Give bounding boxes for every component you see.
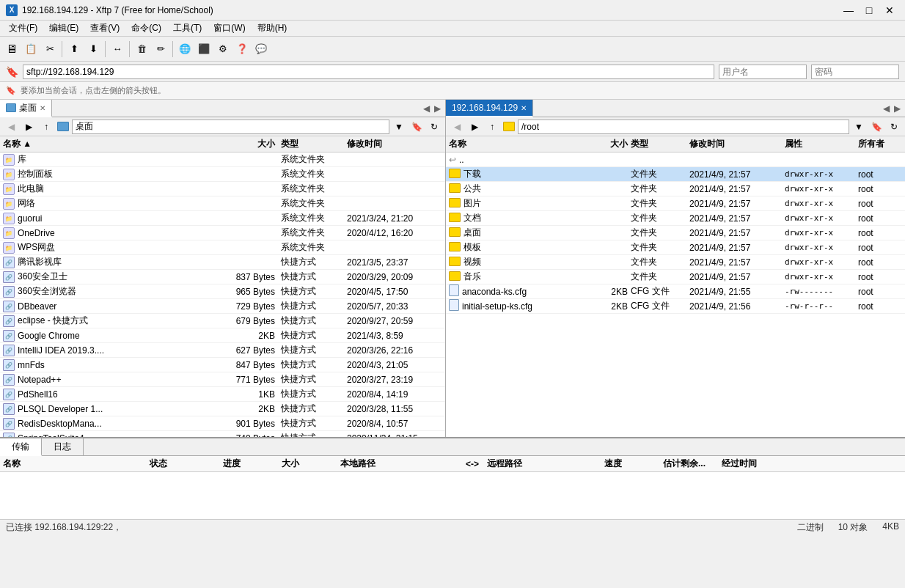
- list-item[interactable]: 🔗 DBbeaver 729 Bytes 快捷方式 2020/5/7, 20:3…: [0, 299, 445, 314]
- left-bookmark-btn[interactable]: 🔖: [408, 120, 425, 134]
- list-item[interactable]: ↩ ..: [446, 152, 905, 167]
- menu-item-F[interactable]: 文件(F): [3, 21, 43, 36]
- right-tab-close[interactable]: ✕: [521, 104, 527, 112]
- list-item[interactable]: initial-setup-ks.cfg 2KB CFG 文件 2021/4/9…: [446, 299, 905, 314]
- file-type: 文件夹: [631, 227, 689, 239]
- list-item[interactable]: 🔗 PLSQL Developer 1... 2KB 快捷方式 2020/3/2…: [0, 402, 445, 416]
- list-item[interactable]: 音乐 文件夹 2021/4/9, 21:57 drwxr-xr-x root: [446, 270, 905, 284]
- file-name: 文档: [449, 212, 594, 224]
- list-item[interactable]: 🔗 腾讯影视库 快捷方式 2021/3/5, 23:37: [0, 255, 445, 270]
- menu-item-W[interactable]: 窗口(W): [208, 21, 251, 36]
- left-col-name[interactable]: 名称 ▲: [3, 138, 222, 150]
- right-col-owner[interactable]: 所有者: [858, 138, 902, 150]
- list-item[interactable]: 公共 文件夹 2021/4/9, 21:57 drwxr-xr-x root: [446, 182, 905, 196]
- toolbar-sep1: [62, 41, 62, 57]
- left-path-input[interactable]: [72, 120, 389, 134]
- left-col-type[interactable]: 类型: [281, 138, 347, 150]
- right-refresh-btn[interactable]: ↻: [886, 120, 902, 134]
- menu-item-C[interactable]: 命令(C): [125, 21, 167, 36]
- toolbar-btn2[interactable]: 📋: [22, 40, 40, 58]
- left-col-modified[interactable]: 修改时间: [347, 138, 442, 150]
- left-col-size[interactable]: 大小: [222, 138, 281, 150]
- toolbar-msg[interactable]: 💬: [252, 40, 270, 58]
- address-input[interactable]: [23, 65, 714, 79]
- list-item[interactable]: 视频 文件夹 2021/4/9, 21:57 drwxr-xr-x root: [446, 255, 905, 270]
- file-type: 文件夹: [631, 212, 689, 224]
- left-dropdown-btn[interactable]: ▼: [391, 120, 407, 134]
- list-item[interactable]: 图片 文件夹 2021/4/9, 21:57 drwxr-xr-x root: [446, 196, 905, 211]
- left-back-btn[interactable]: ◀: [3, 120, 19, 134]
- list-item[interactable]: 桌面 文件夹 2021/4/9, 21:57 drwxr-xr-x root: [446, 226, 905, 240]
- close-button[interactable]: ✕: [880, 3, 899, 18]
- list-item[interactable]: 🔗 mnFds 847 Bytes 快捷方式 2020/4/3, 21:05: [0, 358, 445, 372]
- right-col-attr[interactable]: 属性: [785, 138, 858, 150]
- right-up-btn[interactable]: ↑: [484, 120, 500, 134]
- left-panel-icons: 🔖 ↻: [408, 120, 442, 134]
- toolbar-transfer[interactable]: ↔: [109, 40, 126, 58]
- list-item[interactable]: 🔗 360安全卫士 837 Bytes 快捷方式 2020/3/29, 20:0…: [0, 270, 445, 284]
- right-forward-btn[interactable]: ▶: [466, 120, 483, 134]
- list-item[interactable]: 📁 WPS网盘 系统文件夹: [0, 240, 445, 255]
- right-dropdown-btn[interactable]: ▼: [851, 120, 867, 134]
- list-item[interactable]: 模板 文件夹 2021/4/9, 21:57 drwxr-xr-x root: [446, 240, 905, 255]
- toolbar-delete[interactable]: 🗑: [133, 40, 150, 58]
- minimize-button[interactable]: —: [839, 3, 858, 18]
- password-input[interactable]: [811, 65, 899, 79]
- list-item[interactable]: 🔗 eclipse - 快捷方式 679 Bytes 快捷方式 2020/9/2…: [0, 314, 445, 328]
- toolbar-new-session[interactable]: 🖥: [3, 40, 21, 58]
- log-tab[interactable]: 日志: [42, 438, 84, 455]
- list-item[interactable]: 🔗 360安全浏览器 965 Bytes 快捷方式 2020/4/5, 17:5…: [0, 284, 445, 299]
- toolbar-settings[interactable]: ⚙: [214, 40, 232, 58]
- username-input[interactable]: [719, 65, 807, 79]
- toolbar-help[interactable]: ❓: [233, 40, 251, 58]
- right-scroll-left[interactable]: ◀: [882, 102, 891, 115]
- list-item[interactable]: 文档 文件夹 2021/4/9, 21:57 drwxr-xr-x root: [446, 211, 905, 226]
- list-item[interactable]: 🔗 Notepad++ 771 Bytes 快捷方式 2020/3/27, 23…: [0, 372, 445, 387]
- list-item[interactable]: anaconda-ks.cfg 2KB CFG 文件 2021/4/9, 21:…: [446, 284, 905, 299]
- list-item[interactable]: 🔗 PdShell16 1KB 快捷方式 2020/8/4, 14:19: [0, 387, 445, 402]
- left-forward-btn[interactable]: ▶: [21, 120, 37, 134]
- list-item[interactable]: 🔗 Google Chrome 2KB 快捷方式 2021/4/3, 8:59: [0, 328, 445, 343]
- list-item[interactable]: 📁 库 系统文件夹: [0, 152, 445, 167]
- right-nav-arrows: ◀ ▶: [879, 100, 905, 117]
- file-icon: 📁: [3, 183, 15, 195]
- list-item[interactable]: 🔗 RedisDesktopMana... 901 Bytes 快捷方式 202…: [0, 416, 445, 431]
- list-item[interactable]: 📁 网络 系统文件夹: [0, 196, 445, 211]
- right-scroll-right[interactable]: ▶: [893, 102, 902, 115]
- toolbar-download[interactable]: ⬇: [84, 40, 102, 58]
- left-up-btn[interactable]: ↑: [38, 120, 54, 134]
- right-tab-server[interactable]: 192.168.194.129 ✕: [446, 100, 533, 117]
- toolbar-stop[interactable]: ⬛: [195, 40, 213, 58]
- toolbar-upload[interactable]: ⬆: [65, 40, 83, 58]
- cfg-icon: [449, 299, 459, 311]
- menu-item-V[interactable]: 查看(V): [84, 21, 125, 36]
- list-item[interactable]: 📁 控制面板 系统文件夹: [0, 167, 445, 182]
- right-col-type[interactable]: 类型: [631, 138, 689, 150]
- list-item[interactable]: 下载 文件夹 2021/4/9, 21:57 drwxr-xr-x root: [446, 167, 905, 182]
- list-item[interactable]: 🔗 IntelliJ IDEA 2019.3.... 627 Bytes 快捷方…: [0, 343, 445, 358]
- left-scroll-right[interactable]: ▶: [433, 102, 442, 115]
- list-item[interactable]: 🔗 SpringToolSuite4 740 Bytes 快捷方式 2020/1…: [0, 431, 445, 437]
- right-col-modified[interactable]: 修改时间: [689, 138, 785, 150]
- list-item[interactable]: 📁 此电脑 系统文件夹: [0, 182, 445, 196]
- menu-item-H[interactable]: 帮助(H): [252, 21, 293, 36]
- transfer-tab[interactable]: 传输: [0, 438, 42, 456]
- right-bookmark-btn[interactable]: 🔖: [868, 120, 884, 134]
- list-item[interactable]: 📁 OneDrive 系统文件夹 2020/4/12, 16:20: [0, 226, 445, 240]
- left-scroll-left[interactable]: ◀: [422, 102, 431, 115]
- left-tab-desktop[interactable]: 桌面 ✕: [0, 100, 52, 117]
- maximize-button[interactable]: □: [860, 3, 879, 18]
- left-tab-close[interactable]: ✕: [40, 104, 45, 112]
- right-col-name[interactable]: 名称: [449, 138, 594, 150]
- right-path-input[interactable]: [518, 120, 849, 134]
- toolbar-rename[interactable]: ✏: [152, 40, 169, 58]
- list-item[interactable]: 📁 guorui 系统文件夹 2021/3/24, 21:20: [0, 211, 445, 226]
- menu-item-E[interactable]: 编辑(E): [43, 21, 84, 36]
- right-col-size[interactable]: 大小: [594, 138, 631, 150]
- menu-item-T[interactable]: 工具(T): [167, 21, 208, 36]
- toolbar-globe[interactable]: 🌐: [176, 40, 194, 58]
- toolbar-btn3[interactable]: ✂: [41, 40, 59, 58]
- status-objects: 10 对象: [838, 521, 868, 534]
- right-back-btn[interactable]: ◀: [449, 120, 465, 134]
- left-refresh-btn[interactable]: ↻: [426, 120, 442, 134]
